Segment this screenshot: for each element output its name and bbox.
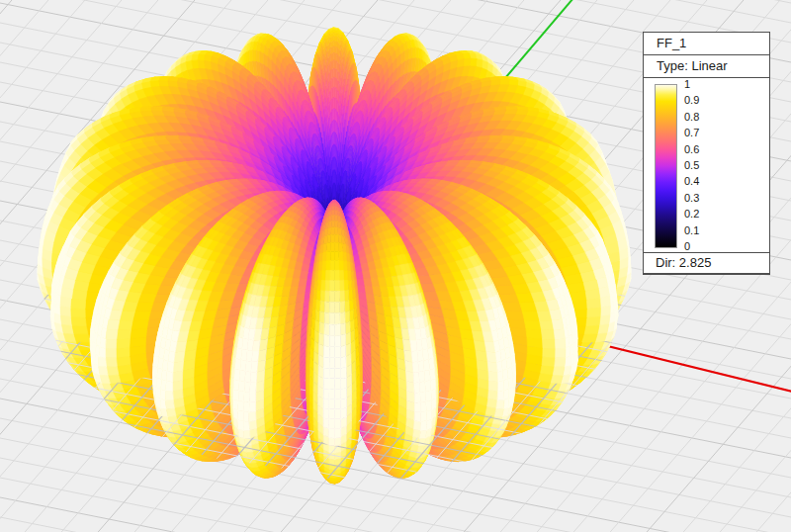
colorbar-tick-label: 0.7	[684, 127, 699, 138]
colorbar-tick-label: 0.3	[684, 192, 699, 204]
farfield-legend: FF_1 Type: Linear 10.90.80.70.60.50.40.3…	[643, 32, 770, 275]
colorbar-tick-label: 1	[684, 78, 690, 90]
colorbar-tick-label: 0.4	[684, 175, 699, 187]
colorbar-tick-label: 0.9	[684, 94, 699, 106]
colorbar-tick-label: 0.2	[684, 208, 699, 220]
colorbar-tick-label: 0.5	[684, 159, 699, 171]
colorbar-gradient	[655, 84, 677, 248]
colorbar: 10.90.80.70.60.50.40.30.20.10	[644, 78, 769, 252]
legend-type: Type: Linear	[644, 55, 769, 78]
colorbar-tick-label: 0.1	[684, 224, 699, 236]
legend-title: FF_1	[644, 33, 769, 55]
colorbar-ticks: 10.90.80.70.60.50.40.30.20.10	[684, 84, 744, 246]
farfield-3d-viewport: FF_1 Type: Linear 10.90.80.70.60.50.40.3…	[0, 0, 791, 532]
colorbar-tick-label: 0.6	[684, 143, 699, 155]
legend-directivity: Dir: 2.825	[644, 252, 769, 274]
colorbar-tick-label: 0.8	[684, 111, 699, 123]
colorbar-tick-label: 0	[684, 240, 690, 252]
